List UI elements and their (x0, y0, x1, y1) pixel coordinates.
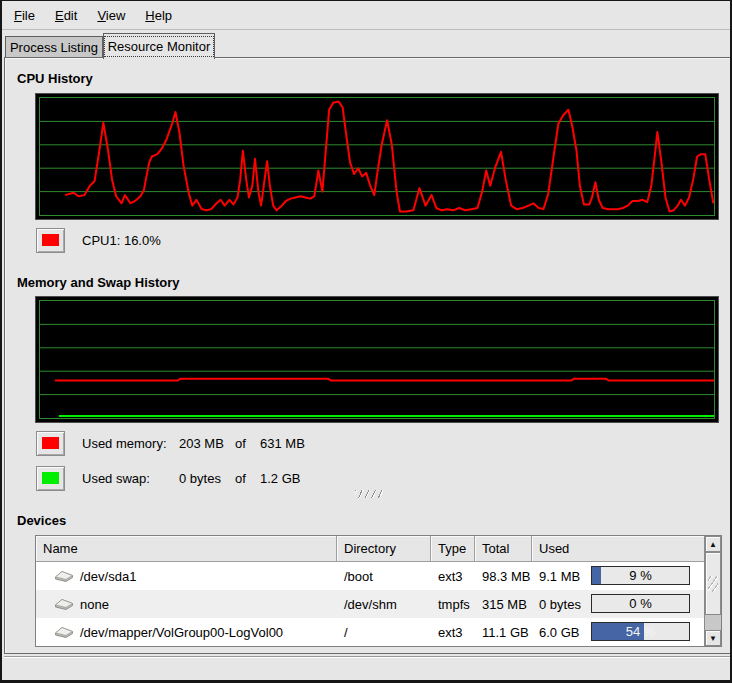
swap-legend-label: Used swap: (82, 471, 179, 486)
device-total: 98.3 MB (475, 562, 532, 590)
swap-legend-swatch (36, 466, 65, 491)
swap-total-value: 1.2 GB (260, 471, 300, 486)
pane-resize-grip[interactable] (355, 490, 385, 498)
table-row-dev-sda1[interactable]: /dev/sda1 /boot ext3 98.3 MB 9.1 MB 9 % (36, 562, 721, 590)
memory-color-swatch (42, 437, 59, 449)
scrollbar-grip-icon (708, 576, 718, 592)
memory-of-label: of (235, 436, 260, 451)
menu-file[interactable]: File (4, 1, 45, 29)
device-total: 11.1 GB (475, 618, 532, 646)
menu-bar: File Edit View Help (2, 1, 730, 30)
devices-table: Name Directory Type Total Used /dev/sda1… (35, 535, 722, 647)
cpu-history-plot (39, 97, 715, 216)
cpu-history-chart (35, 93, 719, 220)
device-used: 0 bytes (539, 597, 581, 612)
menu-help[interactable]: Help (135, 1, 182, 29)
memory-legend: Used memory: 203 MB of 631 MB (36, 430, 305, 456)
cpu-history-title: CPU History (17, 71, 93, 86)
scroll-down-button[interactable]: ▼ (705, 630, 721, 646)
tab-process-listing-label: Process Listing (10, 40, 98, 55)
table-row-none[interactable]: none /dev/shm tmpfs 315 MB 0 bytes 0 % (36, 590, 721, 618)
memory-used-value: 203 MB (179, 436, 235, 451)
device-type: tmpfs (431, 590, 475, 618)
device-name: none (80, 597, 109, 612)
status-bar (4, 656, 732, 680)
swap-color-swatch (42, 472, 59, 484)
cpu-legend-label: CPU1: 16.0% (82, 233, 161, 248)
cpu-color-swatch (42, 234, 59, 246)
disk-icon (54, 598, 74, 611)
resource-monitor-page: CPU History CPU1: 16.0% Memory and Swap … (4, 57, 732, 654)
column-header-type[interactable]: Type (431, 536, 475, 562)
memory-swap-plot (39, 300, 715, 419)
column-header-directory[interactable]: Directory (337, 536, 431, 562)
arrow-up-icon: ▲ (709, 540, 717, 549)
cpu-legend: CPU1: 16.0% (36, 227, 161, 253)
menu-edit[interactable]: Edit (45, 1, 87, 29)
memory-swap-title: Memory and Swap History (17, 275, 180, 290)
device-type: ext3 (431, 562, 475, 590)
usage-percent-label: 54 % (592, 623, 689, 640)
memory-legend-label: Used memory: (82, 436, 179, 451)
devices-scrollbar[interactable]: ▲ ▼ (704, 536, 721, 646)
device-directory: /boot (337, 562, 431, 590)
devices-header-row: Name Directory Type Total Used (36, 536, 721, 562)
device-used: 6.0 GB (539, 625, 579, 640)
device-name: /dev/sda1 (80, 569, 136, 584)
memory-legend-swatch (36, 431, 65, 456)
usage-percent-label: 9 % (592, 567, 689, 584)
device-directory: /dev/shm (337, 590, 431, 618)
arrow-down-icon: ▼ (709, 634, 717, 643)
tab-resource-monitor[interactable]: Resource Monitor (103, 33, 215, 59)
column-header-total[interactable]: Total (475, 536, 532, 562)
usage-progress-bar: 54 % (591, 622, 690, 641)
memory-swap-chart (35, 296, 719, 423)
menu-help-label: Help (145, 8, 172, 23)
menu-view-label: View (97, 8, 125, 23)
table-row-volgroup[interactable]: /dev/mapper/VolGroup00-LogVol00 / ext3 1… (36, 618, 721, 646)
device-total: 315 MB (475, 590, 532, 618)
device-name: /dev/mapper/VolGroup00-LogVol00 (80, 625, 283, 640)
devices-title: Devices (17, 513, 66, 528)
usage-progress-bar: 9 % (591, 566, 690, 585)
usage-percent-label: 0 % (592, 595, 689, 612)
disk-icon (54, 626, 74, 639)
memory-total-value: 631 MB (260, 436, 305, 451)
scroll-up-button[interactable]: ▲ (705, 536, 721, 552)
column-header-used[interactable]: Used (532, 536, 704, 562)
tab-resource-monitor-label: Resource Monitor (105, 37, 214, 56)
system-monitor-window: File Edit View Help Process Listing Reso… (0, 0, 732, 683)
cpu-legend-swatch (36, 228, 65, 253)
device-directory: / (337, 618, 431, 646)
disk-icon (54, 570, 74, 583)
device-used: 9.1 MB (539, 569, 580, 584)
usage-progress-bar: 0 % (591, 594, 690, 613)
device-type: ext3 (431, 618, 475, 646)
swap-used-value: 0 bytes (179, 471, 235, 486)
menu-view[interactable]: View (87, 1, 135, 29)
menu-file-label: File (14, 8, 35, 23)
swap-legend: Used swap: 0 bytes of 1.2 GB (36, 465, 300, 491)
swap-of-label: of (235, 471, 260, 486)
scrollbar-thumb[interactable] (705, 552, 721, 615)
tab-process-listing[interactable]: Process Listing (5, 36, 103, 58)
column-header-name[interactable]: Name (36, 536, 337, 562)
menu-edit-label: Edit (55, 8, 77, 23)
